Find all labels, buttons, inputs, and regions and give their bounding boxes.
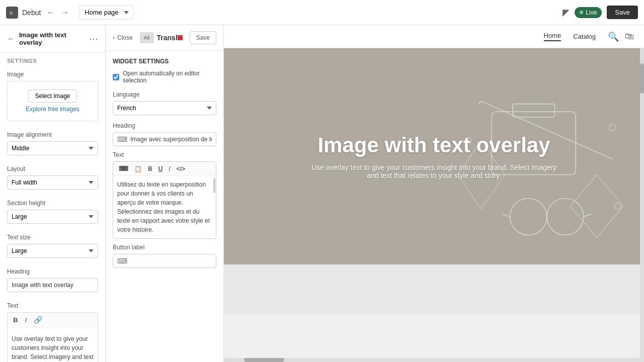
text-size-label: Text size [7,234,98,241]
widget-settings-label: WIDGET SETTINGS [113,58,216,65]
horizontal-scrollbar-thumb[interactable] [244,358,284,362]
translation-panel: ‹ Close A2 Transl Save WIDGET SETTINGS O… [106,25,224,362]
brand-name: Debut [22,9,41,17]
heading-input[interactable] [7,278,98,292]
translation-panel-content: WIDGET SETTINGS Open automatically on ed… [106,51,223,362]
layout-label: Layout [7,165,98,172]
logo-icon-box: A2 [140,32,154,43]
canvas-nav: Home Catalog 🔍 🛍 [224,25,644,48]
translation-save-button[interactable]: Save [190,31,216,44]
canvas-area: Home Catalog 🔍 🛍 [224,25,644,362]
close-label: Close [117,34,133,41]
sidebar-header-left: ← Image with text overlay [7,31,89,46]
device-preview-button[interactable]: ◤ [562,7,570,18]
text-field-label: Text [113,151,216,158]
heading-field-label: Heading [113,122,216,129]
close-panel-button[interactable]: ‹ Close [113,34,133,41]
bold-button[interactable]: B [11,315,20,325]
nav-home-link[interactable]: Home [544,32,561,41]
more-options-button[interactable]: ⋯ [89,33,98,44]
left-sidebar: ← Image with text overlay ⋯ SETTINGS Ima… [0,25,106,362]
hero-content: Image with text overlay Use overlay text… [298,123,570,190]
topbar-right: ◤ Live Save [562,6,638,19]
undo-redo-group: ← → [45,6,71,19]
layout-select[interactable]: Full widthGrid [7,175,98,190]
topbar: S Debut ← → Home page About Contact ◤ Li… [0,0,644,25]
language-field-label: Language [113,91,216,98]
explore-free-images-link[interactable]: Explore free images [26,106,79,113]
cart-icon[interactable]: 🛍 [625,31,634,42]
settings-section-label: SETTINGS [0,53,105,66]
below-hero-section [224,264,644,315]
save-button[interactable]: Save [607,6,638,19]
vertical-scrollbar[interactable] [640,48,644,362]
text-translation-content: Utilisez du texte en superposition pour … [117,181,210,233]
rp-translate-icon-btn[interactable]: ⌨ [116,164,131,173]
search-icon[interactable]: 🔍 [608,31,619,42]
language-select[interactable]: FrenchSpanishGerman [113,101,216,115]
svg-rect-3 [513,104,555,117]
page-selector[interactable]: Home page About Contact [79,5,133,20]
button-label-field-label: Button label [113,244,216,251]
translate-icon: ⌨ [117,135,127,143]
redo-button[interactable]: → [59,6,71,19]
button-label-input[interactable] [130,257,212,264]
text-content-area[interactable]: Use overlay text to give your customers … [8,330,98,362]
button-label-row: ⌨ [113,254,216,268]
text-rich-toolbar: B I 🔗 [8,313,98,327]
undo-button[interactable]: ← [45,6,57,19]
rp-code-button[interactable]: </> [174,164,188,173]
live-indicator [580,11,583,14]
italic-button[interactable]: I [22,315,29,325]
app-logo: S [6,7,18,19]
vertical-scrollbar-thumb[interactable] [640,63,644,94]
svg-line-10 [584,214,592,217]
chevron-left-icon: ‹ [113,34,115,41]
svg-point-6 [510,199,547,235]
select-image-button[interactable]: Select Image [28,89,76,103]
heading-label: Heading [7,268,98,275]
heading-translation-input[interactable] [130,136,212,143]
link-button[interactable]: 🔗 [31,315,45,325]
sidebar-content: SETTINGS Image Select Image Explore free… [0,53,105,362]
svg-point-15 [615,203,621,210]
back-button[interactable]: ← [7,34,15,43]
logo-square [178,35,183,40]
hero-title: Image with text overlay [308,133,560,157]
text-field: Text B I 🔗 Use overlay text to give your… [0,297,105,362]
image-field-group: Image Select Image Explore free images [0,66,105,126]
image-alignment-select[interactable]: MiddleLeftRight [7,141,98,155]
rp-underline-button[interactable]: U [156,164,166,173]
rp-bold-button[interactable]: B [145,164,155,173]
text-size-field: Text size LargeMediumSmall [0,229,105,263]
auto-open-checkbox[interactable] [113,74,119,80]
sidebar-header: ← Image with text overlay ⋯ [0,25,105,53]
svg-line-9 [502,214,510,217]
translation-logo: A2 Transl [140,32,183,43]
text-translation-area[interactable]: Utilisez du texte en superposition pour … [113,176,216,238]
image-alignment-field: Image alignment MiddleLeftRight [0,126,105,160]
auto-open-row: Open automatically on editor selection [113,70,216,84]
section-height-select[interactable]: LargeMediumSmall [7,210,98,224]
canvas-body: Image with text overlay Use overlay text… [224,48,644,362]
logo-text: Transl [157,34,183,42]
nav-icons: 🔍 🛍 [608,31,634,42]
topbar-left: S Debut ← → Home page About Contact [6,5,133,20]
nav-catalog-link[interactable]: Catalog [573,33,596,40]
svg-line-12 [478,101,481,104]
rp-copy-button[interactable]: 📋 [132,164,144,173]
translation-panel-header: ‹ Close A2 Transl Save [106,25,223,51]
svg-point-7 [547,199,584,235]
svg-point-14 [609,124,616,131]
live-badge: Live [575,7,602,18]
text-label: Text [7,302,98,309]
text-size-select[interactable]: LargeMediumSmall [7,244,98,258]
section-height-label: Section height [7,200,98,207]
image-upload-box: Select Image Explore free images [7,81,98,121]
section-height-field: Section height LargeMediumSmall [0,195,105,229]
horizontal-scrollbar[interactable] [224,358,644,362]
rp-rich-toolbar: ⌨ 📋 B U I </> [113,162,216,176]
image-label: Image [7,71,98,78]
rp-italic-button[interactable]: I [166,164,173,173]
svg-text:S: S [10,11,13,16]
